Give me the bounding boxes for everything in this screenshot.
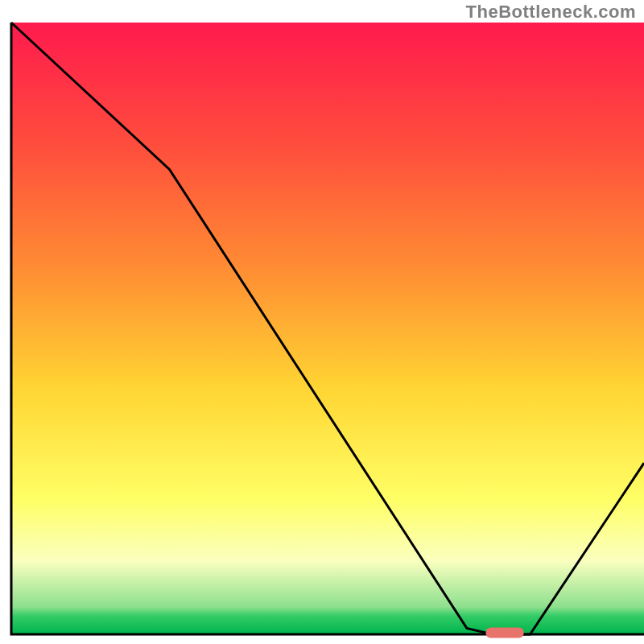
watermark-text: TheBottleneck.com — [466, 2, 636, 23]
optimal-marker — [486, 628, 524, 638]
bottleneck-chart — [0, 0, 644, 644]
gradient-background — [11, 23, 644, 634]
chart-container: TheBottleneck.com — [0, 0, 644, 644]
plot-area — [11, 23, 644, 638]
